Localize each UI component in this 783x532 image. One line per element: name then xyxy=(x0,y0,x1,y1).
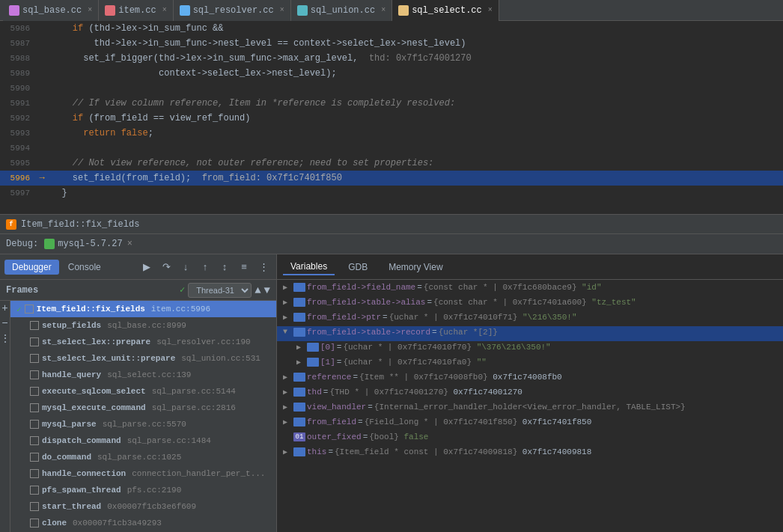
expand-icon-2[interactable]: ▶ xyxy=(280,313,290,322)
tab-memory-view[interactable]: Memory View xyxy=(381,260,450,275)
frame-name-11: pfs_spawn_thread xyxy=(42,486,121,495)
code-line-5990: 5990 xyxy=(0,81,783,96)
expand-icon-9[interactable]: ▶ xyxy=(280,418,290,426)
frame-file-12: 0x00007f1cb3e6f609 xyxy=(107,502,196,511)
var-item-0[interactable]: ▶ from_field->field_name = {const char *… xyxy=(277,281,783,296)
tab-sql-resolver-close[interactable]: × xyxy=(280,6,284,14)
expand-icon-6[interactable]: ▶ xyxy=(280,373,290,382)
tab-console[interactable]: Console xyxy=(61,260,109,275)
expand-icon-11[interactable]: ▶ xyxy=(280,447,290,456)
tab-gdb[interactable]: GDB xyxy=(341,260,375,275)
frame-name-7: mysql_parse xyxy=(42,420,97,429)
more-btn[interactable]: ⋮ xyxy=(255,259,272,275)
thread-nav-down[interactable]: ▼ xyxy=(264,284,270,296)
expand-icon-0[interactable]: ▶ xyxy=(280,283,290,292)
frame-item-12[interactable]: start_thread 0x00007f1cb3e6f609 xyxy=(10,498,276,515)
frame-item-10[interactable]: handle_connection connection_handler_per… xyxy=(10,465,276,482)
frames-btn[interactable]: ≡ xyxy=(236,259,252,275)
session-close-icon[interactable]: × xyxy=(127,239,132,249)
frame-file-6: sql_parse.cc:2816 xyxy=(152,403,236,412)
tab-sql-select[interactable]: sql_select.cc × xyxy=(392,0,499,21)
item-label-text: Item_field::fix_fields xyxy=(21,219,139,230)
more-frames-icon[interactable]: ⋮ xyxy=(0,332,10,345)
tab-sql-base[interactable]: sql_base.cc × xyxy=(3,0,99,21)
expand-icon-4[interactable]: ▶ xyxy=(293,343,304,352)
minus-icon[interactable]: − xyxy=(1,317,7,329)
frame-item-6[interactable]: mysql_execute_command sql_parse.cc:2816 xyxy=(10,400,276,416)
tab-sql-resolver[interactable]: sql_resolver.cc × xyxy=(174,0,291,21)
expand-icon-7[interactable]: ▶ xyxy=(280,388,290,397)
left-panel: Debugger Console ▶ ↷ ↓ ↑ ↕ ≡ ⋮ Frames ✓ … xyxy=(0,254,277,532)
frame-item-3[interactable]: st_select_lex_unit::prepare sql_union.cc… xyxy=(10,350,276,367)
thread-dropdown[interactable]: Thread-31 xyxy=(188,283,252,298)
var-item-2[interactable]: ▶ from_field->ptr = {uchar * | 0x7f1c740… xyxy=(277,311,783,326)
frame-file-8: sql_parse.cc:1484 xyxy=(127,436,211,445)
expand-icon-3[interactable]: ▼ xyxy=(280,328,290,336)
code-content-5992: if (from_field == view_ref_found) xyxy=(48,113,250,123)
thread-nav-up[interactable]: ▲ xyxy=(255,284,261,296)
var-type-2: {uchar * | 0x7f1c74010f71} xyxy=(389,313,518,322)
var-item-1[interactable]: ▶ from_field->table->alias = {const char… xyxy=(277,296,783,311)
var-item-3[interactable]: ▼ from_field->table->record = {uchar *[2… xyxy=(277,326,783,341)
debug-label: Debug: xyxy=(6,239,38,249)
frame-item-13[interactable]: clone 0x00007f1cb3a49293 xyxy=(10,515,276,531)
frame-name-9: do_command xyxy=(42,453,91,462)
tab-sql-select-close[interactable]: × xyxy=(488,6,493,14)
var-type-icon-6 xyxy=(293,373,305,382)
var-eq-8: = xyxy=(368,403,373,412)
frame-item-2[interactable]: st_select_lex::prepare sql_resolver.cc:1… xyxy=(10,334,276,350)
var-val-4: "\376\216\350!" xyxy=(472,343,551,352)
var-item-8[interactable]: ▶ view_handler = {Internal_error_handler… xyxy=(277,401,783,416)
frame-name-0: Item_field::fix_fields xyxy=(37,305,145,314)
var-item-7[interactable]: ▶ thd = {THD * | 0x7f1c74001270} 0x7f1c7… xyxy=(277,386,783,401)
line-num-5988: 5988 xyxy=(0,54,36,63)
frame-item-4[interactable]: handle_query sql_select.cc:139 xyxy=(10,367,276,383)
expand-icon-5[interactable]: ▶ xyxy=(293,358,304,367)
var-item-10[interactable]: ▶ 01 outer_fixed = {bool} false xyxy=(277,431,783,446)
run-to-cursor-btn[interactable]: ↕ xyxy=(216,259,233,275)
frame-item-5[interactable]: execute_sqlcom_select sql_parse.cc:5144 xyxy=(10,383,276,400)
tab-variables[interactable]: Variables xyxy=(283,259,335,275)
var-name-1: from_field->table->alias xyxy=(307,298,425,307)
code-content-5995: // Not view reference, not outer referen… xyxy=(48,158,433,168)
var-type-3: {uchar *[2]} xyxy=(439,328,498,337)
frame-item-0[interactable]: ✓ Item_field::fix_fields item.cc:5996 xyxy=(10,301,276,317)
tab-sql-base-close[interactable]: × xyxy=(88,6,92,14)
var-item-5[interactable]: ▶ [1] = {uchar * | 0x7f1c74010fa0} "" xyxy=(277,356,783,371)
right-panel: Variables GDB Memory View ▶ from_field->… xyxy=(277,254,783,532)
var-type-6: {Item ** | 0x7f1c74008fb0} xyxy=(359,373,488,382)
frame-item-7[interactable]: mysql_parse sql_parse.cc:5570 xyxy=(10,416,276,432)
var-name-0: from_field->field_name xyxy=(307,283,415,292)
frame-name-2: st_select_lex::prepare xyxy=(42,337,150,346)
var-item-9[interactable]: ▶ from_field = {Field_long * | 0x7f1c740… xyxy=(277,416,783,431)
tab-item[interactable]: item.cc × xyxy=(99,0,173,21)
vars-toolbar: Variables GDB Memory View xyxy=(277,254,783,280)
var-name-8: view_handler xyxy=(307,403,366,412)
frame-icon-7 xyxy=(30,420,39,429)
sql-union-icon xyxy=(297,5,308,16)
code-line-5996: 5996 → set_field(from_field); from_field… xyxy=(0,171,783,186)
var-val-5: "" xyxy=(472,358,487,367)
add-icon[interactable]: + xyxy=(1,302,7,314)
tab-sql-union-close[interactable]: × xyxy=(381,6,386,14)
frame-item-1[interactable]: setup_fields sql_base.cc:8999 xyxy=(10,317,276,334)
expand-icon-8[interactable]: ▶ xyxy=(280,403,290,412)
step-out-btn[interactable]: ↑ xyxy=(197,259,213,275)
frame-item-8[interactable]: dispatch_command sql_parse.cc:1484 xyxy=(10,432,276,449)
frames-title: Frames xyxy=(6,285,38,296)
step-over-btn[interactable]: ↷ xyxy=(158,259,174,275)
expand-icon-1[interactable]: ▶ xyxy=(280,298,290,307)
var-item-6[interactable]: ▶ reference = {Item ** | 0x7f1c74008fb0}… xyxy=(277,371,783,386)
frame-item-11[interactable]: pfs_spawn_thread pfs.cc:2190 xyxy=(10,482,276,498)
tab-debugger[interactable]: Debugger xyxy=(4,260,59,275)
step-into-btn[interactable]: ↓ xyxy=(177,259,194,275)
debug-session[interactable]: mysql-5.7.27 × xyxy=(44,239,132,249)
var-item-4[interactable]: ▶ [0] = {uchar * | 0x7f1c74010f70} "\376… xyxy=(277,341,783,356)
code-content-5991: // If view column reference, Item in *re… xyxy=(48,98,455,108)
frame-icon-4 xyxy=(30,370,39,379)
var-item-11[interactable]: ▶ this = {Item_field * const | 0x7f1c740… xyxy=(277,446,783,461)
resume-btn[interactable]: ▶ xyxy=(138,259,155,275)
frame-item-9[interactable]: do_command sql_parse.cc:1025 xyxy=(10,449,276,465)
tab-item-close[interactable]: × xyxy=(162,6,167,14)
tab-sql-union[interactable]: sql_union.cc × xyxy=(291,0,392,21)
